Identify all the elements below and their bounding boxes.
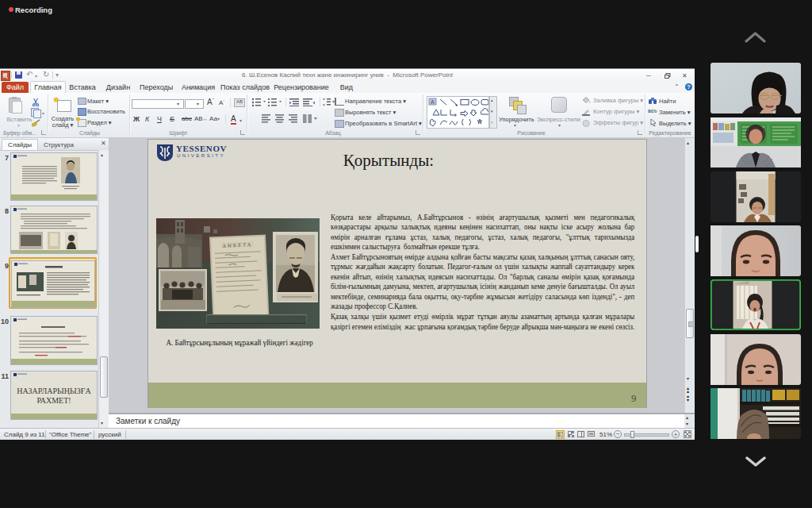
svg-text:НАЗАРЛАРЫҢЫЗҒА: НАЗАРЛАРЫҢЫЗҒА [17, 387, 91, 395]
svg-text:А: А [431, 99, 435, 105]
svg-text:РАХМЕТ!: РАХМЕТ! [36, 396, 71, 405]
